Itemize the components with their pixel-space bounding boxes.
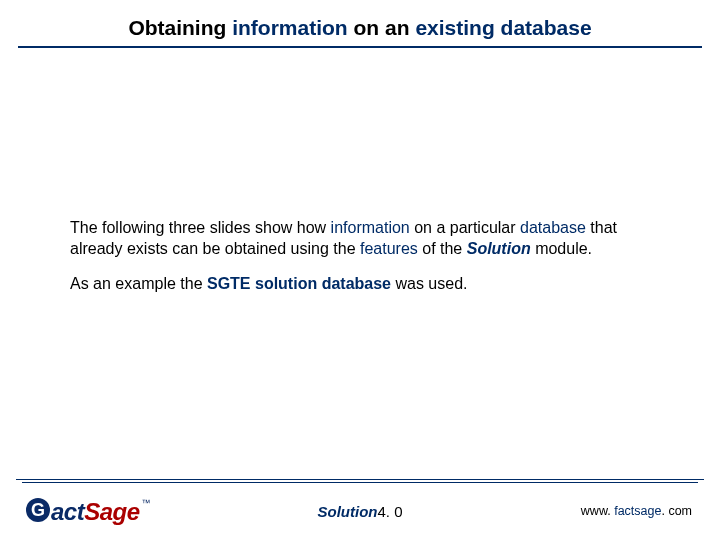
footer-url: www. factsage. com: [581, 504, 692, 518]
p2-c: was used.: [391, 275, 467, 292]
p1-g: of the: [418, 240, 467, 257]
p1-b: information: [331, 219, 410, 236]
p1-d: database: [520, 219, 586, 236]
paragraph-1: The following three slides show how info…: [70, 218, 650, 260]
url-c: . com: [661, 504, 692, 518]
content-area: The following three slides show how info…: [70, 218, 650, 308]
url-a: www.: [581, 504, 614, 518]
title-highlight-1: information: [232, 16, 348, 39]
p1-a: The following three slides show how: [70, 219, 331, 236]
p1-i: module.: [531, 240, 592, 257]
title-text-1: Obtaining: [128, 16, 232, 39]
footer-version: 4. 0: [377, 503, 402, 520]
p2-a: As an example the: [70, 275, 207, 292]
title-highlight-2: existing database: [415, 16, 591, 39]
page-title: Obtaining information on an existing dat…: [0, 16, 720, 40]
p1-h: Solution: [467, 240, 531, 257]
title-text-2: on an: [348, 16, 416, 39]
footer-module-name: Solution: [317, 503, 377, 520]
p2-b: SGTE solution database: [207, 275, 391, 292]
slide: Obtaining information on an existing dat…: [0, 0, 720, 540]
url-b: factsage: [614, 504, 661, 518]
title-bar: Obtaining information on an existing dat…: [0, 16, 720, 40]
title-rule: [18, 46, 702, 48]
p1-f: features: [360, 240, 418, 257]
footer-rule-outer: [16, 479, 704, 480]
p1-c: on a particular: [410, 219, 520, 236]
footer: GactSage™ Solution4. 0 www. factsage. co…: [0, 483, 720, 540]
paragraph-2: As an example the SGTE solution database…: [70, 274, 650, 295]
